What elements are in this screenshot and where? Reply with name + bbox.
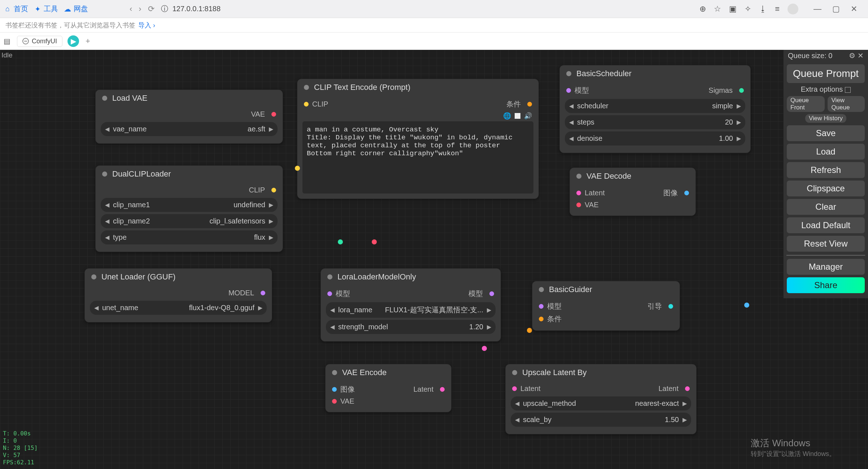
node-load-vae[interactable]: Load VAE VAE ◀vae_name ae.sft▶ — [95, 90, 283, 144]
zoom-icon[interactable]: ⊕ — [699, 4, 706, 14]
save-button[interactable]: Save — [786, 125, 865, 142]
windows-watermark: 激活 Windows 转到"设置"以激活 Windows。 — [751, 437, 836, 458]
queue-front-button[interactable]: Queue Front — [786, 96, 825, 112]
view-queue-button[interactable]: View Queue — [827, 96, 865, 112]
status-text: Idle — [1, 51, 13, 59]
bookmark-hint: 书签栏还没有书签，可从其它浏览器导入书签 — [5, 21, 135, 30]
node-lora-loader[interactable]: LoraLoaderModelOnly 模型模型 ◀lora_nameFLUX1… — [320, 268, 501, 342]
prompt-textarea[interactable]: a man in a costume, Overcast sky Title: … — [302, 121, 533, 194]
node-title: Load VAE — [112, 94, 147, 103]
widget-strength-model[interactable]: ◀strength_model1.20▶ — [326, 320, 496, 334]
load-default-button[interactable]: Load Default — [786, 217, 865, 234]
globe-icon[interactable]: 🌐 — [503, 112, 511, 120]
node-dual-clip-loader[interactable]: DualCLIPLoader CLIP ◀clip_name1undefined… — [95, 165, 283, 252]
window-minimize-icon[interactable]: — — [814, 4, 821, 14]
play-button[interactable]: ▶ — [67, 35, 79, 47]
node-vae-encode[interactable]: VAE Encode 图像Latent VAE — [325, 364, 452, 412]
node-clip-text-encode[interactable]: CLIP Text Encode (Prompt) CLIP 条件 🌐 🔊 a … — [297, 79, 539, 199]
node-title: BasicScheduler — [576, 69, 632, 78]
browser-toolbar: ⌂首页 ✦工具 ☁网盘 ‹ › ⟳ ⓘ 127.0.0.1:8188 ⊕ ☆ ▣… — [0, 0, 868, 18]
clipspace-button[interactable]: Clipspace — [786, 180, 865, 197]
tools-icon: ✦ — [34, 5, 42, 13]
home-icon: ⌂ — [4, 5, 12, 13]
home-link[interactable]: ⌂首页 — [4, 4, 28, 14]
node-title: DualCLIPLoader — [112, 169, 171, 179]
widget-lora-name[interactable]: ◀lora_nameFLUX1-超写实逼真黑悟空-支...▶ — [326, 302, 496, 318]
node-title: VAE Encode — [342, 368, 387, 377]
reset-view-button[interactable]: Reset View — [786, 235, 865, 252]
nav-back-icon[interactable]: ‹ — [130, 4, 132, 14]
import-bookmarks-link[interactable]: 导入 › — [138, 21, 155, 30]
load-button[interactable]: Load — [786, 143, 865, 160]
node-basic-guider[interactable]: BasicGuider 模型引导 条件 — [532, 281, 680, 331]
window-maximize-icon[interactable]: ▢ — [832, 4, 840, 14]
favicon-icon — [22, 38, 29, 44]
node-title: BasicGuider — [549, 285, 592, 294]
reload-icon[interactable]: ⟳ — [148, 4, 154, 14]
control-panel: Queue size: 0⚙ ✕ Queue Prompt Extra opti… — [783, 50, 868, 298]
url-bar[interactable]: ⓘ 127.0.0.1:8188 — [161, 4, 221, 14]
refresh-button[interactable]: Refresh — [786, 162, 865, 178]
sidebar-toggle-icon[interactable]: ▤ — [4, 37, 10, 45]
new-tab-button[interactable]: + — [86, 36, 90, 46]
window-close-icon[interactable]: ✕ — [851, 4, 857, 14]
tab-bar: ▤ ComfyUI ▶ + — [0, 32, 868, 50]
node-canvas[interactable]: Idle Load VAE VAE ◀vae_name — [0, 50, 868, 469]
speaker-icon[interactable]: 🔊 — [524, 112, 532, 120]
node-basic-scheduler[interactable]: BasicScheduler 模型 Sigmas ◀schedulersimpl… — [559, 65, 751, 153]
extra-options-checkbox[interactable] — [845, 87, 851, 93]
node-upscale-latent[interactable]: Upscale Latent By LatentLatent ◀upscale_… — [505, 364, 697, 434]
widget-steps[interactable]: ◀steps20▶ — [565, 115, 745, 129]
checkbox-icon[interactable] — [515, 113, 520, 119]
extra-options-label: Extra options — [801, 85, 843, 93]
queue-size-label: Queue size: 0 — [788, 52, 832, 60]
cloud-link[interactable]: ☁网盘 — [64, 4, 88, 14]
menu-icon[interactable]: ≡ — [775, 4, 780, 14]
canvas-stats: T: 0.00s I: 0 N: 28 [15] V: 57 FPS:62.11 — [3, 430, 38, 466]
bookmark-bar: 书签栏还没有书签，可从其它浏览器导入书签 导入 › — [0, 18, 868, 32]
queue-prompt-button[interactable]: Queue Prompt — [786, 64, 865, 83]
node-title: LoraLoaderModelOnly — [337, 272, 416, 282]
node-links — [0, 50, 108, 104]
panel-toggle-icon[interactable]: ▣ — [729, 4, 737, 14]
node-unet-loader[interactable]: Unet Loader (GGUF) MODEL ◀unet_nameflux1… — [84, 268, 272, 322]
url-text: 127.0.0.1:8188 — [173, 5, 221, 13]
share-button[interactable]: Share — [786, 277, 865, 294]
widget-clip-type[interactable]: ◀typeflux▶ — [101, 230, 278, 244]
widget-denoise[interactable]: ◀denoise1.00▶ — [565, 131, 745, 146]
reroute-dot[interactable] — [372, 239, 377, 244]
avatar[interactable] — [788, 4, 798, 14]
node-title: VAE Decode — [586, 171, 631, 181]
star-icon[interactable]: ☆ — [714, 4, 721, 14]
node-title: CLIP Text Encode (Prompt) — [314, 83, 410, 92]
manager-button[interactable]: Manager — [786, 259, 865, 275]
node-title: Unet Loader (GGUF) — [101, 272, 175, 282]
cloud-icon: ☁ — [64, 5, 71, 13]
info-icon: ⓘ — [161, 4, 168, 14]
tools-link[interactable]: ✦工具 — [34, 4, 58, 14]
widget-vae-name[interactable]: ◀vae_name ae.sft▶ — [101, 122, 278, 136]
reroute-dot[interactable] — [482, 346, 487, 351]
widget-upscale-method[interactable]: ◀upscale_methodnearest-exact▶ — [511, 396, 691, 411]
reroute-dot[interactable] — [338, 239, 343, 244]
reroute-dot[interactable] — [527, 328, 532, 333]
extensions-icon[interactable]: ✧ — [745, 4, 751, 14]
downloads-icon[interactable]: ⭳ — [759, 4, 767, 14]
node-title: Upscale Latent By — [522, 368, 587, 377]
gear-icon[interactable]: ⚙ ✕ — [849, 51, 864, 60]
widget-unet-name[interactable]: ◀unet_nameflux1-dev-Q8_0.gguf▶ — [90, 301, 267, 315]
tab-comfyui[interactable]: ComfyUI — [17, 36, 62, 47]
widget-scale-by[interactable]: ◀scale_by1.50▶ — [511, 413, 691, 427]
node-vae-decode[interactable]: VAE Decode Latent图像 VAE — [570, 168, 696, 216]
reroute-dot[interactable] — [744, 303, 749, 308]
clear-button[interactable]: Clear — [786, 199, 865, 215]
widget-scheduler[interactable]: ◀schedulersimple▶ — [565, 99, 745, 113]
tab-title: ComfyUI — [32, 38, 57, 45]
view-history-button[interactable]: View History — [805, 114, 847, 123]
nav-forward-icon[interactable]: › — [139, 4, 141, 14]
widget-clip-name2[interactable]: ◀clip_name2clip_l.safetensors▶ — [101, 214, 278, 228]
widget-clip-name1[interactable]: ◀clip_name1undefined▶ — [101, 198, 278, 212]
